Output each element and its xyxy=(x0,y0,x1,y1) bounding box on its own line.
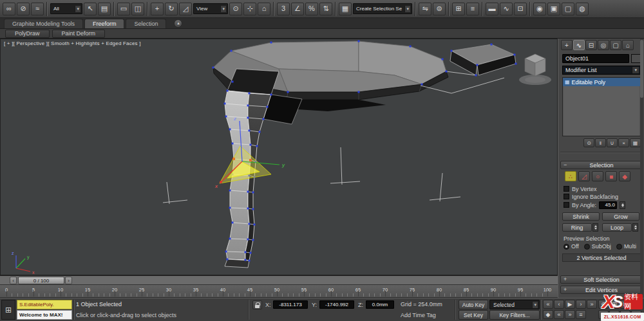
by-vertex-checkbox[interactable] xyxy=(564,186,569,192)
selection-lock-toggle[interactable] xyxy=(252,300,262,309)
keyable-selected-dropdown[interactable]: Selected ▾ xyxy=(489,300,540,309)
toggle-scene-explorer-icon[interactable]: ⊞ xyxy=(452,3,465,15)
next-frame-button[interactable]: › xyxy=(576,300,586,309)
create-tab-icon[interactable]: + xyxy=(561,40,573,50)
panel-scrollbar[interactable] xyxy=(640,39,643,298)
angle-value-field[interactable]: 45.0 xyxy=(599,201,617,209)
schematic-view-icon[interactable]: ⊡ xyxy=(514,3,527,15)
selection-filter-dropdown[interactable]: All▾ xyxy=(50,3,82,14)
render-setup-icon[interactable]: ▣ xyxy=(547,3,560,15)
set-key-button[interactable]: Set Key xyxy=(459,310,488,320)
unlink-selection-icon[interactable]: ⊘ xyxy=(17,3,30,15)
modifier-list-dropdown[interactable]: Modifier List ▾ xyxy=(562,66,641,75)
key-mode-toggle-button[interactable]: ◆ xyxy=(543,310,553,319)
by-angle-checkbox[interactable] xyxy=(564,202,569,208)
preview-off-radio[interactable] xyxy=(564,244,569,250)
previous-frame-arrow[interactable]: ‹ xyxy=(10,277,17,284)
loop-button[interactable]: Loop xyxy=(602,223,632,232)
select-and-manipulate-icon[interactable]: ⊹ xyxy=(243,3,256,15)
stack-item-editable-poly[interactable]: ▦ Editable Poly xyxy=(563,78,640,86)
element-subobject-icon[interactable]: ◆ xyxy=(619,171,630,181)
preview-multi-radio[interactable] xyxy=(616,244,622,250)
play-animation-button[interactable]: ▶ xyxy=(565,300,575,309)
rollout-expand-icon[interactable]: + xyxy=(564,276,567,282)
previous-frame-button[interactable]: ‹ xyxy=(554,300,564,309)
gizmo-x-handle[interactable] xyxy=(220,181,222,183)
pin-stack-button[interactable]: ⊙ xyxy=(583,138,594,147)
percent-snap-icon[interactable]: % xyxy=(305,3,318,15)
ribbon-minimize-button[interactable]: ▴ xyxy=(174,19,182,28)
border-subobject-icon[interactable]: ○ xyxy=(592,171,603,181)
graphite-ribbon-toggle-icon[interactable]: ▬ xyxy=(486,3,498,15)
select-and-move-icon[interactable]: + xyxy=(151,3,164,15)
window-crossing-toggle-icon[interactable]: ◫ xyxy=(131,3,144,15)
align-icon[interactable]: ⊜ xyxy=(433,3,446,15)
viewport-label[interactable]: [ + ][ Perspective ][ Smooth + Highlight… xyxy=(4,41,141,46)
material-editor-icon[interactable]: ◉ xyxy=(533,3,546,15)
panel-polydraw[interactable]: PolyDraw xyxy=(5,30,50,38)
render-production-icon[interactable]: ◍ xyxy=(576,3,589,15)
preview-subobj-radio[interactable] xyxy=(584,244,590,250)
display-tab-icon[interactable]: ▢ xyxy=(610,40,621,50)
maxscript-mini-listener-icon[interactable]: ⊞ xyxy=(1,300,15,320)
key-filters-button[interactable]: Key Filters... xyxy=(489,310,540,320)
mirror-icon[interactable]: ⇋ xyxy=(419,3,431,15)
remove-modifier-button[interactable]: × xyxy=(618,138,629,147)
curve-editor-icon[interactable]: ∿ xyxy=(500,3,513,15)
go-to-start-button[interactable]: « xyxy=(543,300,553,309)
next-frame-arrow[interactable]: › xyxy=(65,277,72,284)
ring-button[interactable]: Ring xyxy=(562,223,592,232)
loop-spinner[interactable] xyxy=(632,223,638,232)
time-slider[interactable]: ‹ 0 / 100 › xyxy=(0,275,558,285)
rollout-collapse-icon[interactable]: − xyxy=(564,161,567,168)
layer-manager-icon[interactable]: ≡ xyxy=(466,3,479,15)
make-unique-button[interactable]: ∪ xyxy=(607,138,618,147)
selection-rollout-header[interactable]: − Selection xyxy=(560,161,643,169)
rectangular-selection-region-icon[interactable]: ▭ xyxy=(117,3,130,15)
angle-spinner[interactable] xyxy=(620,201,625,209)
track-bar[interactable]: 0510152025303540455055606570758085909510… xyxy=(0,285,558,298)
mini-listener-macro-line[interactable]: S.EditablePoly. xyxy=(17,300,72,309)
bind-to-space-warp-icon[interactable]: ≈ xyxy=(31,3,44,15)
object-color-swatch[interactable] xyxy=(631,54,641,63)
perspective-viewport[interactable]: x y z x y z [ + ][ Perspective ][ Smooth… xyxy=(0,39,558,275)
x-coord-field[interactable]: -8311.173 xyxy=(273,300,308,309)
viewcube[interactable] xyxy=(519,54,551,85)
configure-modifier-sets-button[interactable]: ▦ xyxy=(630,138,641,147)
viewport-3d-scene[interactable]: x y z x y z xyxy=(1,39,558,275)
mini-listener-output-line[interactable]: Welcome to MAX! xyxy=(17,310,72,320)
scrollbar-thumb[interactable] xyxy=(640,40,643,98)
polygon-subobject-icon[interactable]: ■ xyxy=(605,171,617,181)
select-object-icon[interactable]: ↖ xyxy=(84,3,97,15)
grow-button[interactable]: Grow xyxy=(602,212,639,221)
modifier-stack[interactable]: ▦ Editable Poly xyxy=(562,77,641,136)
add-time-tag[interactable]: Add Time Tag xyxy=(401,312,436,318)
go-to-end-button[interactable]: » xyxy=(587,300,597,309)
tab-freeform[interactable]: Freeform xyxy=(84,19,125,28)
z-coord-field[interactable]: 0.0mm xyxy=(366,300,394,309)
snaps-toggle-icon[interactable]: 3 xyxy=(277,3,290,15)
soft-selection-rollout-header[interactable]: + Soft Selection xyxy=(560,275,643,284)
time-slider-handle[interactable]: 0 / 100 xyxy=(18,277,64,284)
rendered-frame-window-icon[interactable]: ▢ xyxy=(562,3,574,15)
select-and-scale-icon[interactable]: ◿ xyxy=(179,3,192,15)
edit-named-selection-sets-icon[interactable]: ▦ xyxy=(339,3,352,15)
select-and-rotate-icon[interactable]: ↻ xyxy=(165,3,178,15)
hierarchy-tab-icon[interactable]: ⊟ xyxy=(585,40,597,50)
ring-spinner[interactable] xyxy=(592,223,598,232)
tab-graphite-modeling-tools[interactable]: Graphite Modeling Tools xyxy=(4,19,83,28)
shrink-button[interactable]: Shrink xyxy=(562,212,600,221)
time-configuration-button[interactable]: ≡ xyxy=(576,310,586,319)
motion-tab-icon[interactable]: ◎ xyxy=(598,40,609,50)
show-end-result-button[interactable]: ‖ xyxy=(595,138,606,147)
ignore-backfacing-checkbox[interactable] xyxy=(564,194,569,199)
next-key-button[interactable]: » xyxy=(565,310,575,319)
edge-subobject-icon[interactable]: ◿ xyxy=(578,171,590,181)
named-selection-sets-dropdown[interactable]: Create Selection Se▾ xyxy=(353,3,412,14)
utilities-tab-icon[interactable]: ⌂ xyxy=(622,40,634,50)
use-pivot-center-icon[interactable]: ⊙ xyxy=(229,3,242,15)
rollout-expand-icon[interactable]: + xyxy=(564,286,567,293)
y-coord-field[interactable]: -1740.992 xyxy=(319,300,354,309)
keyboard-override-icon[interactable]: ⌂ xyxy=(258,3,270,15)
auto-key-button[interactable]: Auto Key xyxy=(459,300,488,309)
